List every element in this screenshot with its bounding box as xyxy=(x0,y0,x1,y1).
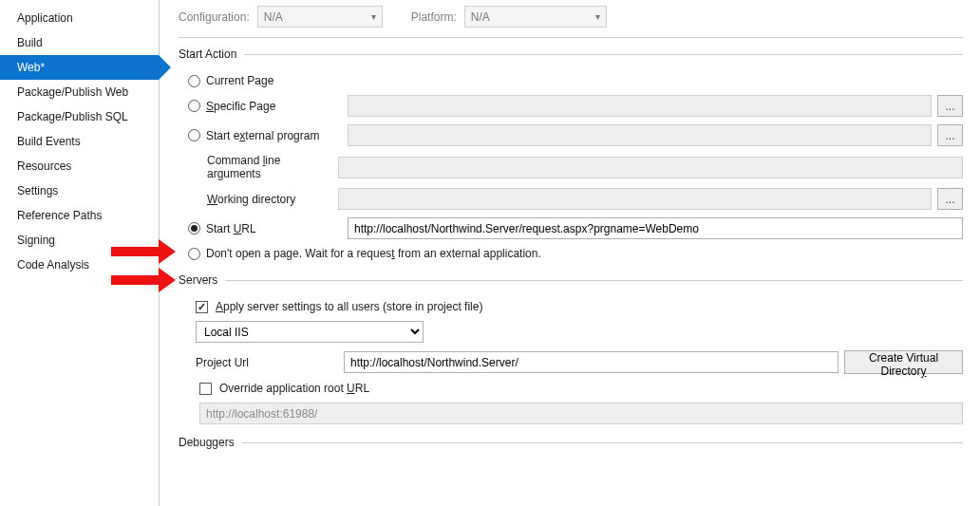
sidebar-item-label: Package/Publish SQL xyxy=(17,110,128,123)
radio-label-dont-open: Don't open a page. Wait for a request fr… xyxy=(206,247,541,260)
radio-label-start-url: Start URL xyxy=(206,222,256,235)
sidebar-item-web[interactable]: Web* xyxy=(0,55,159,80)
sidebar-item-build-events[interactable]: Build Events xyxy=(0,129,159,154)
radio-label-specific-page: Specific Page xyxy=(206,100,275,113)
radio-external-program[interactable] xyxy=(188,129,200,141)
section-title-text: Debuggers xyxy=(179,436,235,449)
config-row: Configuration: N/A ▾ Platform: N/A ▾ xyxy=(179,6,963,38)
sidebar-item-application[interactable]: Application xyxy=(0,6,159,30)
platform-label: Platform: xyxy=(411,10,457,24)
sidebar-item-label: Settings xyxy=(17,184,58,197)
annotation-arrow-icon xyxy=(111,239,176,264)
sidebar-item-reference-paths[interactable]: Reference Paths xyxy=(0,203,159,228)
working-dir-input xyxy=(338,188,932,210)
project-url-label: Project Url xyxy=(196,356,336,369)
sidebar-item-settings[interactable]: Settings xyxy=(0,178,159,203)
working-dir-browse-button[interactable]: ... xyxy=(937,188,964,210)
sidebar-item-package-publish-web[interactable]: Package/Publish Web xyxy=(0,80,159,104)
radio-dont-open[interactable] xyxy=(188,248,200,260)
sidebar-item-label: Code Analysis xyxy=(17,258,89,272)
external-program-browse-button[interactable]: ... xyxy=(937,124,963,146)
sidebar-item-label: Signing xyxy=(17,234,55,247)
platform-combo: N/A ▾ xyxy=(464,6,607,28)
chevron-down-icon: ▾ xyxy=(371,11,376,22)
configuration-combo: N/A ▾ xyxy=(257,6,383,28)
radio-label-external-program: Start external program xyxy=(206,129,319,142)
sidebar-item-label: Application xyxy=(17,11,73,25)
checkbox-override-root-url[interactable] xyxy=(199,383,212,395)
sidebar-item-label: Build Events xyxy=(17,135,81,148)
working-dir-label: Working directory xyxy=(188,193,330,206)
start-url-input[interactable] xyxy=(348,217,963,239)
project-url-input[interactable] xyxy=(344,351,839,373)
main-panel: Configuration: N/A ▾ Platform: N/A ▾ Sta… xyxy=(160,0,980,506)
cmd-args-label: Command line arguments xyxy=(188,154,330,180)
section-start-action: Start Action xyxy=(179,47,963,61)
cmd-args-input xyxy=(338,157,963,178)
annotation-arrow-icon xyxy=(111,268,176,292)
specific-page-input xyxy=(348,95,932,117)
radio-start-url[interactable] xyxy=(188,222,200,234)
specific-page-browse-button[interactable]: ... xyxy=(937,95,963,117)
sidebar-item-package-publish-sql[interactable]: Package/Publish SQL xyxy=(0,104,159,129)
platform-value: N/A xyxy=(471,10,490,24)
sidebar-item-resources[interactable]: Resources xyxy=(0,154,159,178)
configuration-label: Configuration: xyxy=(179,10,250,24)
external-program-input xyxy=(348,124,932,146)
sidebar-item-label: Resources xyxy=(17,159,71,173)
section-debuggers: Debuggers xyxy=(179,436,963,449)
chevron-down-icon: ▾ xyxy=(595,11,600,22)
sidebar-item-label: Build xyxy=(17,36,43,49)
checkbox-label-apply-settings: Apply server settings to all users (stor… xyxy=(216,300,482,313)
section-servers: Servers xyxy=(179,273,963,287)
section-title-text: Servers xyxy=(179,273,217,287)
section-title-text: Start Action xyxy=(179,47,236,61)
radio-current-page[interactable] xyxy=(188,75,200,87)
configuration-value: N/A xyxy=(264,10,283,24)
divider xyxy=(244,54,963,55)
checkbox-label-override-root-url: Override application root URL xyxy=(219,382,369,395)
sidebar-item-label: Reference Paths xyxy=(17,209,102,222)
create-virtual-directory-button[interactable]: Create Virtual Directory xyxy=(844,350,963,374)
radio-label-current-page: Current Page xyxy=(206,74,273,87)
sidebar-item-label: Package/Publish Web xyxy=(17,85,128,99)
override-root-url-input xyxy=(199,403,963,424)
server-type-select[interactable]: Local IIS xyxy=(196,321,424,343)
divider xyxy=(225,280,963,281)
sidebar-item-label: Web* xyxy=(17,61,45,74)
divider xyxy=(242,442,963,443)
radio-specific-page[interactable] xyxy=(188,100,200,112)
checkbox-apply-settings[interactable] xyxy=(196,301,208,313)
sidebar-item-build[interactable]: Build xyxy=(0,30,159,55)
